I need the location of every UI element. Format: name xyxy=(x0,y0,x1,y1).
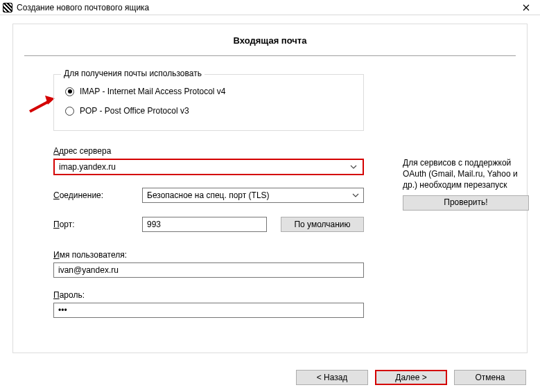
arrow-annotation xyxy=(28,95,56,116)
back-button[interactable]: < Назад xyxy=(296,370,368,385)
cancel-button[interactable]: Отмена xyxy=(454,370,526,385)
port-label: Порт: xyxy=(53,220,142,229)
chevron-down-icon xyxy=(350,165,357,169)
radio-icon xyxy=(65,107,74,116)
password-label: Пароль: xyxy=(53,290,516,300)
page-heading: Входящая почта xyxy=(13,24,527,55)
oauth-hint-text: Для сервисов с поддержкой OAuth (Gmail, … xyxy=(403,157,529,191)
username-input[interactable] xyxy=(53,262,364,278)
close-button[interactable] xyxy=(512,0,540,15)
divider xyxy=(24,55,516,56)
app-icon xyxy=(3,3,12,12)
server-address-value: imap.yandex.ru xyxy=(59,162,116,172)
username-label: Имя пользователя: xyxy=(53,250,516,260)
password-input[interactable] xyxy=(53,303,364,318)
wizard-panel: Входящая почта Для получения почты испол… xyxy=(12,24,528,353)
port-row: Порт: По умолчанию xyxy=(53,217,516,232)
radio-pop[interactable]: POP - Post Office Protocol v3 xyxy=(64,101,354,121)
radio-imap[interactable]: IMAP - Internet Mail Access Protocol v4 xyxy=(64,82,354,101)
radio-pop-label: POP - Post Office Protocol v3 xyxy=(80,106,189,116)
connection-value: Безопасное на спец. порт (TLS) xyxy=(147,190,270,200)
window-title: Создание нового почтового ящика xyxy=(17,3,149,12)
radio-imap-label: IMAP - Internet Mail Access Protocol v4 xyxy=(80,87,226,96)
next-button[interactable]: Далее > xyxy=(375,370,447,385)
footer: < Назад Далее > Отмена xyxy=(0,370,540,385)
fieldset-legend: Для получения почты использовать xyxy=(61,69,204,78)
connection-label: Соединение: xyxy=(53,190,142,200)
chevron-down-icon xyxy=(352,193,359,197)
connection-select[interactable]: Безопасное на спец. порт (TLS) xyxy=(142,188,364,203)
titlebar: Создание нового почтового ящика xyxy=(0,0,540,15)
check-button[interactable]: Проверить! xyxy=(403,195,529,211)
radio-icon xyxy=(65,87,74,96)
port-default-button[interactable]: По умолчанию xyxy=(281,217,364,232)
protocol-fieldset: Для получения почты использовать IMAP - … xyxy=(53,74,364,131)
port-input[interactable] xyxy=(142,217,267,232)
server-label: Адрес сервера xyxy=(53,146,516,156)
oauth-hint: Для сервисов с поддержкой OAuth (Gmail, … xyxy=(403,157,529,211)
server-address-combo[interactable]: imap.yandex.ru xyxy=(53,159,364,175)
close-icon xyxy=(523,4,530,11)
